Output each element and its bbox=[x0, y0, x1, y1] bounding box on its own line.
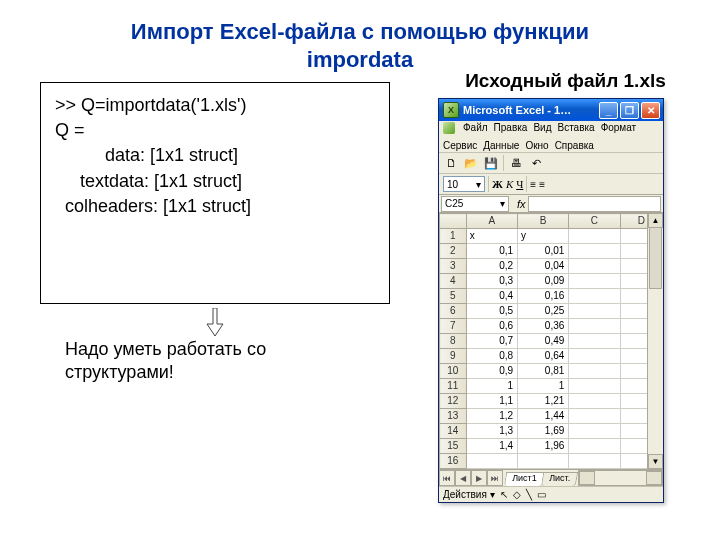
cell[interactable] bbox=[569, 229, 620, 244]
maximize-button[interactable]: ❐ bbox=[620, 102, 639, 119]
cell[interactable]: 1,21 bbox=[518, 394, 569, 409]
row-header[interactable]: 15 bbox=[440, 439, 467, 454]
cell[interactable]: 0,4 bbox=[466, 289, 517, 304]
cell[interactable]: 0,64 bbox=[518, 349, 569, 364]
row-header[interactable]: 16 bbox=[440, 454, 467, 469]
cell[interactable]: 1,1 bbox=[466, 394, 517, 409]
cell[interactable]: 0,09 bbox=[518, 274, 569, 289]
cell[interactable]: 0,1 bbox=[466, 244, 517, 259]
sheet-tab-2[interactable]: Лист. bbox=[540, 472, 578, 486]
cell[interactable]: 1,69 bbox=[518, 424, 569, 439]
cell[interactable]: 0,7 bbox=[466, 334, 517, 349]
window-titlebar[interactable]: X Microsoft Excel - 1… _ ❐ ✕ bbox=[439, 99, 663, 121]
cell[interactable] bbox=[569, 259, 620, 274]
cell[interactable]: 0,3 bbox=[466, 274, 517, 289]
formula-bar[interactable] bbox=[528, 196, 661, 212]
close-button[interactable]: ✕ bbox=[641, 102, 660, 119]
row-header[interactable]: 13 bbox=[440, 409, 467, 424]
fx-icon[interactable]: fx bbox=[517, 198, 526, 210]
tab-first-icon[interactable]: ⏮ bbox=[439, 470, 455, 486]
rectangle-icon[interactable]: ▭ bbox=[537, 489, 546, 500]
column-header-a[interactable]: A bbox=[466, 214, 517, 229]
menu-tools[interactable]: Сервис bbox=[443, 140, 477, 151]
cell[interactable]: 0,49 bbox=[518, 334, 569, 349]
bold-button[interactable]: Ж bbox=[492, 178, 503, 190]
cell[interactable]: 0,8 bbox=[466, 349, 517, 364]
column-header-c[interactable]: C bbox=[569, 214, 620, 229]
row-header[interactable]: 1 bbox=[440, 229, 467, 244]
menu-insert[interactable]: Вставка bbox=[557, 122, 594, 134]
cell[interactable]: 1,2 bbox=[466, 409, 517, 424]
cell[interactable] bbox=[518, 454, 569, 469]
scroll-thumb[interactable] bbox=[649, 227, 662, 289]
scroll-up-icon[interactable]: ▲ bbox=[648, 213, 663, 228]
cell[interactable] bbox=[569, 319, 620, 334]
cell[interactable] bbox=[569, 424, 620, 439]
cell[interactable] bbox=[569, 364, 620, 379]
vertical-scrollbar[interactable]: ▲ ▼ bbox=[647, 213, 663, 469]
menu-data[interactable]: Данные bbox=[483, 140, 519, 151]
cell[interactable] bbox=[569, 304, 620, 319]
align-left-icon[interactable]: ≡ bbox=[530, 179, 536, 190]
cell[interactable]: 0,9 bbox=[466, 364, 517, 379]
row-header[interactable]: 9 bbox=[440, 349, 467, 364]
scroll-down-icon[interactable]: ▼ bbox=[648, 454, 663, 469]
cell[interactable] bbox=[569, 379, 620, 394]
sheet-tab-1[interactable]: Лист1 bbox=[504, 472, 545, 486]
tab-last-icon[interactable]: ⏭ bbox=[487, 470, 503, 486]
cell[interactable] bbox=[466, 454, 517, 469]
cell[interactable] bbox=[569, 394, 620, 409]
menu-view[interactable]: Вид bbox=[533, 122, 551, 134]
menu-format[interactable]: Формат bbox=[601, 122, 637, 134]
cell[interactable]: 1,4 bbox=[466, 439, 517, 454]
new-file-icon[interactable]: 🗋 bbox=[443, 155, 459, 171]
row-header[interactable]: 3 bbox=[440, 259, 467, 274]
cell[interactable] bbox=[569, 334, 620, 349]
cell[interactable]: 0,01 bbox=[518, 244, 569, 259]
row-header[interactable]: 5 bbox=[440, 289, 467, 304]
open-file-icon[interactable]: 📂 bbox=[463, 155, 479, 171]
italic-button[interactable]: К bbox=[506, 178, 513, 190]
cell[interactable] bbox=[569, 439, 620, 454]
row-header[interactable]: 11 bbox=[440, 379, 467, 394]
cell[interactable] bbox=[569, 289, 620, 304]
row-header[interactable]: 8 bbox=[440, 334, 467, 349]
name-box[interactable]: C25 ▾ bbox=[441, 196, 509, 212]
save-icon[interactable]: 💾 bbox=[483, 155, 499, 171]
cell[interactable] bbox=[569, 274, 620, 289]
menu-window[interactable]: Окно bbox=[525, 140, 548, 151]
row-header[interactable]: 7 bbox=[440, 319, 467, 334]
underline-button[interactable]: Ч bbox=[516, 178, 523, 190]
cell[interactable]: 0,16 bbox=[518, 289, 569, 304]
cell[interactable] bbox=[569, 349, 620, 364]
cell[interactable] bbox=[569, 454, 620, 469]
fontsize-dropdown[interactable]: 10 ▾ bbox=[443, 176, 485, 192]
line-icon[interactable]: ╲ bbox=[526, 489, 532, 500]
row-header[interactable]: 6 bbox=[440, 304, 467, 319]
cell[interactable]: 1,96 bbox=[518, 439, 569, 454]
minimize-button[interactable]: _ bbox=[599, 102, 618, 119]
cell[interactable]: 0,04 bbox=[518, 259, 569, 274]
row-header[interactable]: 4 bbox=[440, 274, 467, 289]
menu-edit[interactable]: Правка bbox=[494, 122, 528, 134]
cell[interactable]: 0,25 bbox=[518, 304, 569, 319]
cell[interactable] bbox=[569, 244, 620, 259]
tab-prev-icon[interactable]: ◀ bbox=[455, 470, 471, 486]
cell[interactable]: 0,36 bbox=[518, 319, 569, 334]
cell[interactable]: x bbox=[466, 229, 517, 244]
cell[interactable]: 1 bbox=[518, 379, 569, 394]
cell[interactable]: 0,5 bbox=[466, 304, 517, 319]
select-all-corner[interactable] bbox=[440, 214, 467, 229]
cell[interactable]: 0,81 bbox=[518, 364, 569, 379]
menu-file[interactable]: Файл bbox=[463, 122, 488, 134]
row-header[interactable]: 14 bbox=[440, 424, 467, 439]
cell[interactable]: 1,44 bbox=[518, 409, 569, 424]
actions-menu[interactable]: Действия ▾ bbox=[443, 489, 495, 500]
column-header-b[interactable]: B bbox=[518, 214, 569, 229]
row-header[interactable]: 12 bbox=[440, 394, 467, 409]
print-icon[interactable]: 🖶 bbox=[508, 155, 524, 171]
row-header[interactable]: 2 bbox=[440, 244, 467, 259]
tab-next-icon[interactable]: ▶ bbox=[471, 470, 487, 486]
horizontal-scrollbar[interactable] bbox=[578, 470, 663, 486]
cell[interactable]: 0,6 bbox=[466, 319, 517, 334]
